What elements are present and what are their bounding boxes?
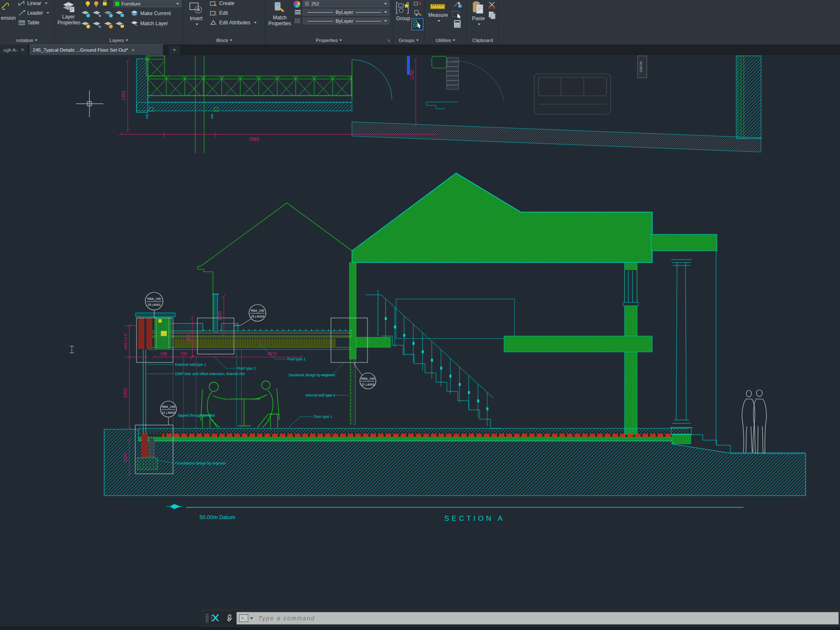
color-dropdown[interactable]: 252 [303, 0, 389, 7]
dim-plan-height: 1453 [121, 91, 126, 101]
match-properties-button[interactable]: MatchProperties [267, 2, 293, 26]
svg-text:21 | A002: 21 | A002 [162, 411, 175, 415]
group-edit-icon[interactable] [413, 9, 423, 17]
dock-grip[interactable] [205, 614, 209, 623]
callout-a004: RBA_245 25 | A004 [234, 304, 266, 326]
id-point-icon[interactable] [452, 1, 462, 8]
block-panel-footer[interactable]: Block [184, 38, 265, 43]
annotation-panel-footer[interactable]: notation [0, 38, 54, 43]
note-roof1: Roof type 1 [287, 357, 306, 361]
section-staircase [365, 290, 501, 428]
drawing-canvas[interactable]: SW.00 rwp rwp 1453 5850 1750 [0, 0, 840, 630]
section-dining-figures [201, 381, 279, 428]
new-tab-button[interactable]: + [169, 46, 180, 54]
edit-block-button[interactable]: Edit [210, 10, 228, 16]
panel-utilities: Measure Utilities [425, 0, 467, 45]
paste-icon [472, 1, 485, 14]
cut-icon[interactable] [488, 1, 497, 9]
measure-icon [430, 2, 446, 11]
color-wheel-icon [294, 1, 300, 8]
linear-icon [18, 0, 25, 6]
plan-label-rwp: rwp [210, 114, 214, 119]
lineweight-icon [294, 18, 301, 24]
note-external-wall: External wall type 1 [175, 362, 206, 367]
leader-button[interactable]: Leader [18, 10, 49, 16]
command-dock: >_ [203, 610, 840, 627]
utilities-panel-footer[interactable]: Utilities [425, 38, 466, 43]
match-layer-button[interactable]: Match Layer [131, 20, 168, 26]
groups-panel-footer[interactable]: Groups [393, 38, 424, 43]
tab-inactive[interactable]: ugh A-A*✕ [0, 45, 28, 55]
dim-seg-a: 198 [160, 352, 167, 356]
group-selection-toggle[interactable] [412, 18, 423, 30]
copy-icon[interactable] [488, 11, 497, 19]
note-parapet: lapped through parapet [178, 413, 215, 417]
leader-icon [18, 10, 25, 16]
svg-text:RBA_245: RBA_245 [251, 309, 264, 312]
detail-callouts: RBA_245 25 | A001 RBA_245 25 | A004 RBA_… [145, 292, 376, 425]
match-properties-icon [273, 2, 286, 13]
properties-panel-footer[interactable]: Properties [265, 38, 393, 43]
command-field: >_ [236, 612, 839, 625]
linear-button[interactable]: Linear [18, 0, 47, 6]
svg-text:RBA_245: RBA_245 [162, 405, 175, 409]
create-block-button[interactable]: Create [210, 0, 234, 6]
make-current-button[interactable]: Make Current [131, 10, 171, 16]
tab-active[interactable]: 245_Typical Details ...Ground Floor Set … [29, 45, 163, 55]
dim-roof-depth: 660 [186, 334, 191, 341]
panel-layers: LayerProperties Furniture [54, 0, 184, 45]
plan-label-sw: SW.00 [639, 61, 643, 73]
svg-text:25 | A004: 25 | A004 [251, 315, 264, 318]
callout-a002: RBA_245 21 | A002 [160, 401, 176, 425]
svg-text:RBA_245: RBA_245 [147, 297, 161, 301]
properties-dialog-launcher-icon[interactable]: ↘ [387, 38, 390, 42]
note-riser: DWP riser and offset extension, drained … [175, 372, 245, 376]
close-icon[interactable]: ✕ [21, 47, 24, 52]
dim-parapet: 665 t.o.b [123, 334, 128, 349]
table-button[interactable]: Table [18, 20, 39, 26]
group-button[interactable]: Group [394, 2, 412, 21]
make-current-icon [131, 10, 138, 16]
layers-panel-footer[interactable]: Layers [54, 38, 184, 43]
dim-wall-height: 2250 [123, 388, 128, 398]
dimension-tool-icon[interactable] [1, 2, 9, 10]
dim-seg-c: 4270 [268, 352, 277, 356]
ungroup-icon[interactable] [413, 0, 423, 8]
note-internal-wall: Internal wall type 1 [305, 393, 335, 397]
command-input[interactable] [257, 614, 838, 622]
callout-a003: RBA_245 21 | A003 [354, 362, 376, 389]
command-history-arrow-icon[interactable] [250, 617, 253, 620]
match-layer-icon [131, 20, 138, 26]
command-prompt-icon[interactable]: >_ [239, 614, 248, 622]
layer-color-swatch [115, 2, 119, 6]
plan-label-rwp: rwp [145, 114, 149, 119]
edit-block-icon [210, 10, 217, 16]
note-roof2: Roof type 2 [237, 366, 256, 370]
section-title: SECTION A [444, 514, 505, 522]
paste-button[interactable]: Paste [469, 1, 488, 27]
calculator-icon[interactable] [453, 20, 462, 28]
clipboard-panel-footer: Clipboard [467, 38, 499, 43]
insert-button[interactable]: Insert [186, 2, 206, 27]
lineweight-dropdown[interactable]: ByLayer [303, 18, 389, 24]
autocad-window: { "ribbon": { "dimension_panel": { "part… [0, 0, 840, 630]
crosshair-cursor [76, 90, 103, 117]
quick-select-icon[interactable] [452, 10, 462, 18]
panel-block: Insert Create Edit Edit Attributes Block [184, 0, 265, 45]
linetype-dropdown[interactable]: ByLayer [303, 9, 389, 16]
layer-properties-button[interactable]: LayerProperties [58, 2, 79, 26]
measure-button[interactable]: Measure [426, 2, 450, 24]
customization-icon[interactable] [210, 613, 221, 624]
edit-attributes-icon [210, 20, 217, 26]
layer-dropdown[interactable]: Furniture [113, 0, 181, 7]
section-left-wall [349, 262, 391, 425]
dim-foundation: 1100 [123, 453, 128, 462]
layer-state-icons[interactable] [84, 0, 112, 7]
section-portico [670, 251, 806, 453]
close-icon[interactable]: ✕ [131, 48, 135, 52]
note-floor1: Floor type 1 [313, 415, 332, 419]
note-steelwork: Steelwork design by engineer [289, 373, 336, 377]
edit-attributes-button[interactable]: Edit Attributes [210, 20, 257, 26]
wrench-icon[interactable] [224, 613, 234, 623]
ribbon: ension Linear Leader Table notation L [0, 0, 840, 45]
